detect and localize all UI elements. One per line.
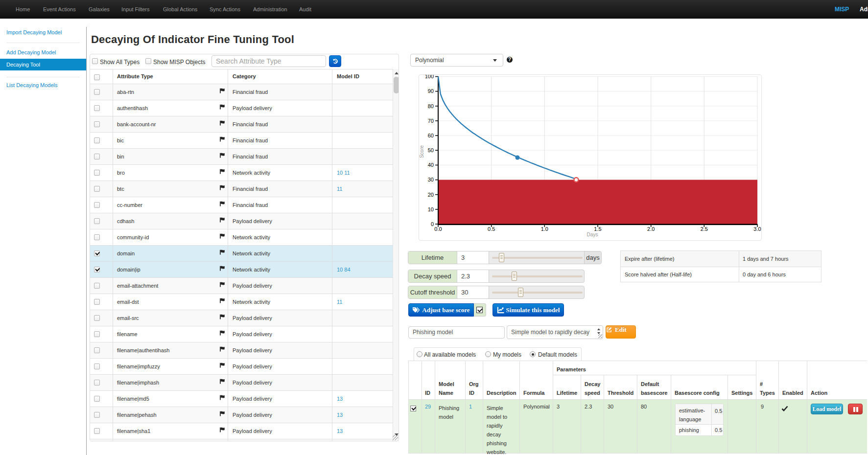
svg-text:60: 60 — [428, 133, 434, 138]
svg-text:3.0: 3.0 — [753, 226, 761, 232]
svg-text:1.0: 1.0 — [541, 226, 548, 232]
svg-text:Score: Score — [419, 145, 424, 159]
svg-text:2.5: 2.5 — [701, 226, 708, 232]
svg-text:20: 20 — [428, 192, 434, 198]
svg-text:40: 40 — [428, 162, 434, 168]
svg-text:10: 10 — [428, 206, 434, 212]
svg-text:80: 80 — [428, 103, 434, 109]
svg-text:0: 0 — [431, 221, 434, 227]
svg-text:50: 50 — [428, 147, 434, 153]
svg-text:Days: Days — [587, 232, 598, 237]
svg-text:0.0: 0.0 — [434, 226, 442, 232]
svg-text:30: 30 — [428, 177, 434, 182]
svg-text:100: 100 — [425, 75, 434, 79]
svg-text:90: 90 — [428, 88, 434, 94]
svg-text:2.0: 2.0 — [647, 226, 655, 232]
svg-text:1.5: 1.5 — [594, 226, 601, 232]
svg-text:70: 70 — [428, 118, 434, 124]
svg-text:0.5: 0.5 — [488, 226, 495, 232]
